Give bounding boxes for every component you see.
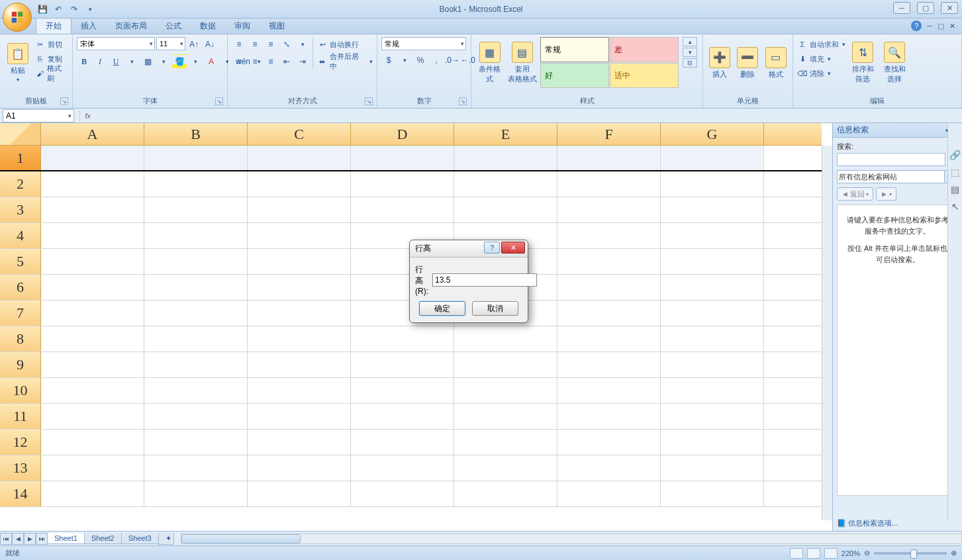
svg-rect-2 bbox=[12, 18, 17, 23]
office-logo-icon bbox=[10, 10, 24, 24]
row-height-dialog: 行高 ? ✕ 行高(R): 确定 取消 bbox=[409, 240, 528, 323]
office-button[interactable] bbox=[3, 3, 32, 32]
svg-rect-3 bbox=[18, 18, 23, 23]
dialog-ok-button[interactable]: 确定 bbox=[419, 301, 465, 316]
svg-rect-0 bbox=[12, 12, 17, 17]
dialog-close-button[interactable]: ✕ bbox=[501, 242, 525, 254]
row-height-label: 行高(R): bbox=[415, 264, 428, 296]
dialog-cancel-button[interactable]: 取消 bbox=[472, 301, 518, 316]
dialog-help-button[interactable]: ? bbox=[484, 242, 500, 254]
dialog-title-text: 行高 bbox=[415, 243, 431, 254]
svg-rect-1 bbox=[18, 12, 23, 17]
row-height-input[interactable] bbox=[432, 273, 537, 287]
modal-overlay: 行高 ? ✕ 行高(R): 确定 取消 bbox=[0, 0, 962, 560]
dialog-titlebar[interactable]: 行高 ? ✕ bbox=[410, 240, 528, 257]
